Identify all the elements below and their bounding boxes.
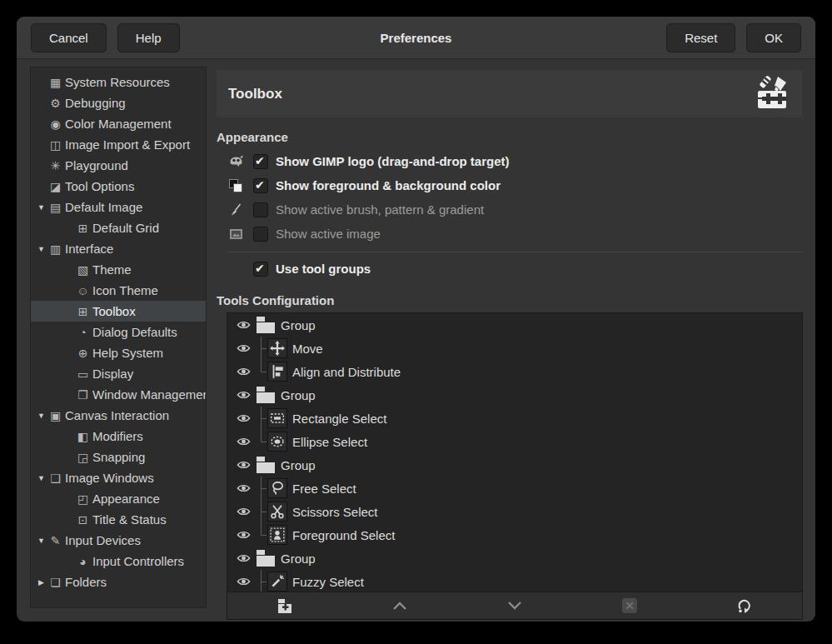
visibility-eye-icon [237, 460, 251, 470]
visibility-toggle[interactable] [235, 483, 252, 493]
preferences-category-list: ▦ System Resources ⚙ Debugging ◉ Color M… [30, 67, 207, 608]
visibility-toggle[interactable] [235, 390, 252, 400]
raise-item-button[interactable] [342, 592, 457, 619]
sidebar-item-debugging[interactable]: ⚙ Debugging [31, 92, 206, 113]
use-tool-groups-checkbox[interactable] [253, 262, 268, 277]
tool-label: Scissors Select [292, 505, 378, 519]
show-gimp-logo-checkbox[interactable] [253, 154, 268, 169]
sidebar-item-toolbox[interactable]: ⊞ Toolbox [31, 301, 206, 322]
visibility-toggle[interactable] [235, 507, 252, 517]
sidebar-item-display[interactable]: ▭ Display [31, 363, 206, 384]
category-label: Help System [92, 346, 163, 360]
expander-arrow-icon[interactable]: ▼ [35, 412, 47, 420]
sidebar-item-canvas-interaction[interactable]: ▼ ▣ Canvas Interaction [31, 405, 206, 426]
visibility-eye-icon [237, 553, 251, 563]
display-icon: ▭ [75, 367, 91, 381]
sidebar-item-snapping[interactable]: ◲ Snapping [31, 447, 206, 467]
visibility-toggle[interactable] [235, 530, 252, 540]
tool-row-group[interactable]: Group [227, 383, 802, 407]
visibility-eye-icon [237, 343, 251, 353]
option-label: Show foreground & background color [276, 178, 501, 192]
sidebar-item-theme[interactable]: ▧ Theme [31, 259, 206, 280]
visibility-toggle[interactable] [235, 577, 252, 587]
tool-label: Ellipse Select [292, 435, 367, 449]
sidebar-item-dialog-defaults[interactable]: ◔ Dialog Defaults [31, 322, 206, 342]
appearance-icon: ◰ [75, 492, 91, 506]
option-use-tool-groups: Use tool groups [217, 257, 802, 281]
visibility-toggle[interactable] [235, 460, 252, 470]
tool-label: Group [281, 388, 316, 402]
sidebar-item-image-import-export[interactable]: ◫ Image Import & Export [31, 134, 206, 155]
default-image-icon: ▤ [47, 201, 63, 214]
sidebar-item-folders[interactable]: ▶ ❏ Folders [31, 572, 206, 592]
category-label: Display [92, 367, 133, 381]
option-label: Use tool groups [276, 262, 371, 276]
tool-label: Group [281, 458, 316, 472]
sidebar-item-default-image[interactable]: ▼ ▤ Default Image [31, 197, 206, 217]
tool-row-scissors-select[interactable]: Scissors Select [227, 500, 802, 523]
sidebar-item-color-management[interactable]: ◉ Color Management [31, 113, 206, 134]
sidebar-item-modifiers[interactable]: ◧ Modifiers [31, 426, 206, 447]
category-label: Folders [65, 575, 107, 589]
sidebar-item-system-resources[interactable]: ▦ System Resources [31, 72, 206, 92]
sidebar-item-help-system[interactable]: ⊕ Help System [31, 342, 206, 363]
input-controllers-icon: ◕ [75, 555, 91, 568]
expander-arrow-icon[interactable]: ▼ [35, 203, 47, 212]
delete-item-button[interactable]: ✕ [572, 592, 687, 619]
expander-arrow-icon[interactable]: ▶ [35, 578, 47, 587]
sidebar-item-window-management[interactable]: ❐ Window Management [31, 384, 206, 405]
tool-row-foreground-select[interactable]: Foreground Select [227, 523, 802, 547]
help-button[interactable]: Help [117, 23, 180, 52]
tool-row-align-and-distribute[interactable]: Align and Distribute [227, 360, 802, 383]
show-active-brush-checkbox[interactable] [253, 202, 268, 217]
category-label: Input Controllers [92, 554, 184, 568]
visibility-toggle[interactable] [235, 553, 252, 563]
visibility-toggle[interactable] [235, 413, 252, 423]
tool-row-group[interactable]: Group [227, 453, 802, 477]
reset-order-icon [736, 597, 753, 614]
show-active-image-checkbox[interactable] [253, 227, 268, 242]
sidebar-item-interface[interactable]: ▼ ▥ Interface [31, 238, 206, 259]
sidebar-item-icon-theme[interactable]: ☺ Icon Theme [31, 280, 206, 301]
reset-order-button[interactable] [687, 592, 802, 619]
new-group-button[interactable] [227, 592, 342, 619]
reset-button[interactable]: Reset [666, 23, 735, 52]
tool-row-move[interactable]: Move [227, 337, 802, 360]
option-show-active-brush: Show active brush, pattern & gradient [217, 197, 802, 222]
sidebar-item-image-windows[interactable]: ▼ ❑ Image Windows [31, 467, 206, 488]
sidebar-item-tool-options[interactable]: ◪ Tool Options [31, 176, 206, 197]
visibility-toggle[interactable] [235, 343, 252, 353]
tool-row-group[interactable]: Group [227, 547, 802, 570]
sidebar-item-title-status[interactable]: ⊡ Title & Status [31, 509, 206, 530]
category-label: Input Devices [65, 533, 141, 547]
lower-item-button[interactable] [457, 592, 572, 619]
group-folder-icon [256, 549, 276, 567]
expander-arrow-icon[interactable]: ▼ [35, 245, 47, 253]
cancel-button[interactable]: Cancel [31, 23, 107, 52]
expander-arrow-icon[interactable]: ▼ [35, 474, 47, 482]
visibility-eye-icon [237, 437, 251, 447]
tool-row-fuzzy-select[interactable]: Fuzzy Select [227, 570, 802, 592]
tool-row-ellipse-select[interactable]: Ellipse Select [227, 430, 802, 453]
modifiers-icon: ◧ [75, 430, 91, 443]
visibility-toggle[interactable] [235, 367, 252, 377]
expander-arrow-icon[interactable]: ▼ [35, 537, 47, 545]
visibility-toggle[interactable] [235, 437, 252, 447]
visibility-eye-icon [237, 507, 251, 517]
show-fg-bg-color-checkbox[interactable] [253, 178, 268, 193]
sidebar-item-default-grid[interactable]: ⊞ Default Grid [31, 217, 206, 238]
sidebar-item-input-devices[interactable]: ▼ ✎ Input Devices [31, 530, 206, 551]
tool-row-rectangle-select[interactable]: Rectangle Select [227, 407, 802, 430]
visibility-toggle[interactable] [235, 320, 252, 330]
sidebar-item-input-controllers[interactable]: ◕ Input Controllers [31, 551, 206, 572]
group-folder-icon [256, 316, 276, 334]
tool-row-group[interactable]: Group [227, 313, 802, 337]
ok-button[interactable]: OK [746, 23, 801, 52]
sidebar-item-appearance[interactable]: ◰ Appearance [31, 488, 206, 509]
tool-label: Align and Distribute [292, 365, 401, 379]
preferences-dialog: Preferences Cancel Help Reset OK ▦ Syste… [17, 17, 815, 622]
sidebar-item-playground[interactable]: ✳ Playground [31, 155, 206, 176]
option-show-gimp-logo: Show GIMP logo (drag-and-drop target) [217, 149, 802, 173]
tool-row-free-select[interactable]: Free Select [227, 477, 802, 500]
ellipse-select-tool-icon [270, 434, 285, 449]
